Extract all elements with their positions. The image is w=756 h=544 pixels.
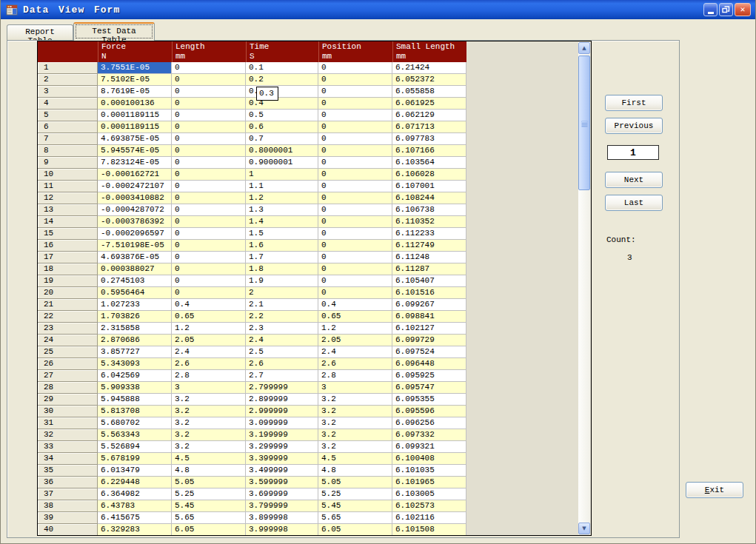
grid-cell[interactable]: 3 [172,382,246,394]
row-header[interactable]: 6 [38,121,98,133]
grid-cell[interactable]: 0 [318,287,392,299]
grid-cell[interactable]: 2.8 [318,370,392,382]
grid-cell[interactable]: 6.101516 [392,287,466,299]
grid-cell[interactable]: 3.199999 [246,429,318,441]
page-number-input[interactable] [607,145,659,160]
grid-cell[interactable]: 2.5 [246,346,318,358]
grid-cell[interactable]: 0 [172,74,246,86]
grid-cell[interactable]: 0 [172,192,246,204]
row-header[interactable]: 33 [38,441,98,453]
grid-cell[interactable]: 0.5956464 [98,287,172,299]
grid-cell[interactable]: 3.299999 [246,441,318,453]
grid-cell[interactable]: 0 [172,228,246,240]
grid-cell[interactable]: 3.2 [172,394,246,406]
grid-cell[interactable]: 5.25 [318,488,392,500]
grid-cell[interactable]: 3.099999 [246,417,318,429]
grid-cell[interactable]: 0 [318,181,392,192]
grid-cell[interactable]: 0.65 [172,311,246,323]
grid-cell[interactable]: 6.013479 [98,465,172,477]
grid-cell[interactable]: 1.027233 [98,299,172,311]
grid-cell[interactable]: 0 [318,169,392,181]
grid-cell[interactable]: 0 [318,62,392,74]
grid-cell[interactable]: 5.05 [172,477,246,488]
grid-cell[interactable]: 0 [172,133,246,145]
grid-cell[interactable]: 0.9000001 [246,157,318,169]
row-header[interactable]: 38 [38,500,98,512]
grid-cell[interactable]: 3.599999 [246,477,318,488]
grid-cell[interactable]: 6.096448 [392,358,466,370]
grid-cell[interactable]: 0 [172,62,246,74]
grid-cell[interactable]: 1.703826 [98,311,172,323]
grid-cell[interactable]: -0.0002096597 [98,228,172,240]
grid-cell[interactable]: 6.095747 [392,382,466,394]
exit-button[interactable]: Exit [686,482,743,498]
grid-cell[interactable]: 6.099267 [392,299,466,311]
grid-cell[interactable]: 5.05 [318,477,392,488]
grid-cell[interactable]: -0.0002472107 [98,181,172,192]
grid-cell[interactable]: 0.5 [246,110,318,121]
grid-cell[interactable]: 6.415675 [98,512,172,524]
grid-cell[interactable]: 6.052372 [392,74,466,86]
grid-cell[interactable]: 3.899998 [246,512,318,524]
grid-cell[interactable]: 0 [318,216,392,228]
grid-cell[interactable]: 6.100408 [392,453,466,465]
row-header[interactable]: 8 [38,145,98,157]
grid-cell[interactable]: 0 [172,275,246,287]
row-header[interactable]: 27 [38,370,98,382]
row-header[interactable]: 40 [38,524,98,536]
grid-cell[interactable]: 0 [318,157,392,169]
row-header[interactable]: 30 [38,406,98,417]
grid-cell[interactable]: 3.699999 [246,488,318,500]
grid-cell[interactable]: 3.2 [172,429,246,441]
row-header[interactable]: 12 [38,192,98,204]
grid-cell[interactable]: -0.000162721 [98,169,172,181]
grid-cell[interactable]: 2.4 [246,335,318,346]
grid-cell[interactable]: 0.2745103 [98,275,172,287]
grid-cell[interactable]: 5.25 [172,488,246,500]
grid-cell[interactable]: 5.65 [318,512,392,524]
grid-cell[interactable]: 5.945888 [98,394,172,406]
grid-cell[interactable]: 2.799999 [246,382,318,394]
scroll-down-button[interactable]: ▼ [578,523,590,534]
grid-cell[interactable]: 0 [172,287,246,299]
grid-cell[interactable]: 6.11287 [392,263,466,275]
row-header[interactable]: 20 [38,287,98,299]
row-header[interactable]: 16 [38,240,98,252]
grid-cell[interactable]: 1.2 [318,323,392,335]
grid-cell[interactable]: 5.526894 [98,441,172,453]
grid-cell[interactable]: 0.000100136 [98,98,172,110]
scrollbar-thumb[interactable] [578,56,590,190]
grid-cell[interactable]: 2.870686 [98,335,172,346]
close-button[interactable]: ✕ [735,3,751,16]
grid-cell[interactable]: 6.229448 [98,477,172,488]
grid-cell[interactable]: 3.7551E-05 [98,62,172,74]
grid-cell[interactable]: 6.11248 [392,252,466,263]
grid-cell[interactable]: 5.909338 [98,382,172,394]
previous-button[interactable]: Previous [605,118,663,134]
grid-cell[interactable]: 0 [172,240,246,252]
grid-cell[interactable]: 0 [318,228,392,240]
grid-cell[interactable]: 0 [318,86,392,98]
grid-cell[interactable]: 0 [172,110,246,121]
grid-cell[interactable]: 6.098841 [392,311,466,323]
grid-cell[interactable]: -7.510198E-05 [98,240,172,252]
row-header[interactable]: 39 [38,512,98,524]
row-header[interactable]: 24 [38,335,98,346]
column-header-small-length[interactable]: Small Lengthmm [392,41,466,62]
next-button[interactable]: Next [605,172,663,188]
grid-cell[interactable]: -0.0003410882 [98,192,172,204]
grid-cell[interactable]: 3.2 [318,429,392,441]
grid-cell[interactable]: 5.343093 [98,358,172,370]
row-header[interactable]: 17 [38,252,98,263]
grid-cell[interactable]: 0 [318,110,392,121]
grid-cell[interactable]: 3 [318,382,392,394]
grid-cell[interactable]: 1.1 [246,181,318,192]
grid-cell[interactable]: 6.05 [318,524,392,536]
grid-cell[interactable]: 3.399999 [246,453,318,465]
grid-cell[interactable]: 6.106738 [392,204,466,216]
grid-cell[interactable]: 0.1 [246,62,318,74]
grid-cell[interactable]: 3.2 [318,417,392,429]
row-header[interactable]: 14 [38,216,98,228]
grid-cell[interactable]: 6.364982 [98,488,172,500]
row-header[interactable]: 15 [38,228,98,240]
